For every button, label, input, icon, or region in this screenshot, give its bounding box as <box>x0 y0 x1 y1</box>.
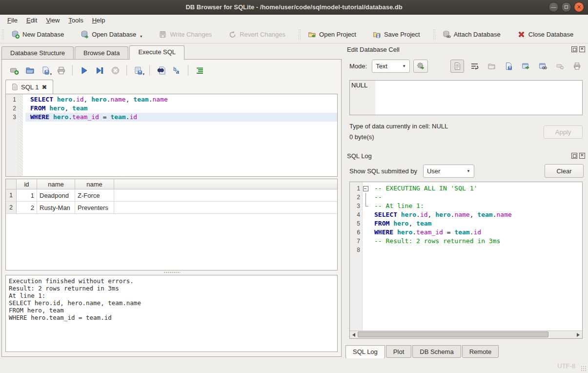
table-row[interactable]: 11DeadpondZ-Force <box>6 189 337 202</box>
scrollbar-thumb[interactable] <box>358 332 548 337</box>
dock-tab-plot[interactable]: Plot <box>386 345 411 358</box>
dock-tab-remote[interactable]: Remote <box>462 345 499 358</box>
open-project-button[interactable]: Open Project <box>303 28 361 41</box>
find-replace-button[interactable] <box>154 64 168 77</box>
execute-current-line-button[interactable] <box>93 64 106 77</box>
table-cell[interactable]: Deadpond <box>37 189 75 201</box>
save-sql-dropdown-icon[interactable]: ▾ <box>50 72 52 76</box>
close-panel-icon[interactable] <box>579 153 585 159</box>
float-panel-icon[interactable] <box>571 46 577 52</box>
scrollbar-track[interactable] <box>358 331 574 338</box>
tab-browse-data[interactable]: Browse Data <box>75 46 128 60</box>
open-sql-file-button[interactable] <box>23 64 37 77</box>
edit-cell-header: Edit Database Cell <box>345 44 587 55</box>
execution-log[interactable]: Execution finished without errors. Resul… <box>5 275 338 352</box>
row-header[interactable]: 2 <box>6 202 17 213</box>
tab-database-structure[interactable]: Database Structure <box>1 46 74 60</box>
toolbar-drag-handle[interactable] <box>1 29 5 41</box>
code-token: . <box>72 96 76 103</box>
code-line: 1SELECT hero.id, hero.name, team.name <box>6 95 337 104</box>
menu-tools[interactable]: Tools <box>64 15 87 25</box>
open-external-button[interactable] <box>519 60 532 73</box>
table-cell[interactable]: Rusty-Man <box>37 202 75 213</box>
auto-switch-mode-button[interactable] <box>413 60 428 73</box>
dock-tab-db-schema[interactable]: DB Schema <box>412 345 461 358</box>
float-panel-icon[interactable] <box>571 153 577 159</box>
table-cell[interactable]: Preventers <box>75 202 114 213</box>
line-number: 1 <box>350 184 363 193</box>
set-null-button[interactable] <box>553 60 567 73</box>
tab-execute-sql[interactable]: Execute SQL <box>129 45 184 60</box>
close-sql-tab-icon[interactable]: ✖ <box>41 83 47 91</box>
revert-changes-button[interactable]: Revert Changes <box>223 28 290 41</box>
sql-log-view[interactable]: 1-- EXECUTING ALL IN 'SQL 1'2--3-- At li… <box>349 182 583 339</box>
menu-view[interactable]: View <box>41 15 64 25</box>
menu-edit[interactable]: Edit <box>22 15 41 25</box>
column-header[interactable]: name <box>75 179 114 189</box>
write-changes-button[interactable]: Write Changes <box>154 28 217 41</box>
scroll-left-icon[interactable] <box>350 331 358 338</box>
apply-button[interactable]: Apply <box>544 125 583 139</box>
dock-tab-sql-log[interactable]: SQL Log <box>345 345 385 359</box>
text-view-button[interactable] <box>450 60 464 73</box>
fold-marker[interactable] <box>363 184 369 193</box>
save-results-button[interactable]: ▾ <box>131 64 145 77</box>
code-token: FROM <box>30 104 45 112</box>
import-file-button[interactable] <box>485 60 498 73</box>
cell-value-editor[interactable]: NULL <box>349 80 583 115</box>
sql-editor[interactable]: 1SELECT hero.id, hero.name, team.name2FR… <box>5 94 338 177</box>
attach-database-button[interactable]: Attach Database <box>438 28 506 41</box>
format-button[interactable] <box>193 64 206 77</box>
row-header[interactable]: 1 <box>6 189 17 201</box>
table-cell[interactable]: 2 <box>17 202 37 213</box>
code-token: team_id <box>416 228 443 236</box>
sql-doc-tab[interactable]: SQL 1 ✖ <box>5 80 53 94</box>
word-wrap-button[interactable] <box>467 60 481 73</box>
open-database-button[interactable]: Open Database ▾ <box>76 28 147 41</box>
column-header[interactable]: name <box>37 179 75 189</box>
menu-file[interactable]: File <box>3 15 22 25</box>
execute-all-button[interactable] <box>77 64 91 77</box>
toolbar-drag-handle[interactable] <box>298 29 302 41</box>
save-results-dropdown-icon[interactable]: ▾ <box>142 72 144 76</box>
table-row[interactable]: 22Rusty-ManPreventers <box>6 202 337 214</box>
print-button[interactable] <box>54 64 68 77</box>
code-token: . <box>149 96 153 103</box>
menu-help[interactable]: Help <box>88 15 110 25</box>
maximize-icon[interactable] <box>561 2 571 12</box>
print-cell-button[interactable] <box>570 60 584 73</box>
link-window-button[interactable] <box>536 60 549 73</box>
clear-button[interactable]: Clear <box>545 164 584 178</box>
save-project-button[interactable]: Save Project <box>368 28 425 41</box>
new-database-button[interactable]: New Database <box>6 28 69 41</box>
code-token <box>49 113 53 121</box>
save-sql-file-button[interactable]: ▾ <box>39 64 52 77</box>
code-token <box>53 96 57 103</box>
mode-value: Text <box>376 62 398 70</box>
scroll-right-icon[interactable] <box>574 331 582 338</box>
stop-button[interactable] <box>108 64 122 77</box>
close-icon[interactable]: ✕ <box>574 2 584 12</box>
fold-marker <box>363 237 369 246</box>
submitted-by-select[interactable]: User ▼ <box>423 165 474 178</box>
toolbar-separator <box>126 65 127 76</box>
code-token: team <box>454 228 469 236</box>
column-header[interactable]: id <box>17 179 37 189</box>
results-corner-cell[interactable] <box>6 179 17 189</box>
results-log-splitter[interactable] <box>5 270 338 274</box>
encoding-indicator[interactable]: UTF-8 <box>557 362 575 370</box>
auto-completion-button[interactable]: b a <box>170 64 183 77</box>
titlebar[interactable]: DB Browser for SQLite - /home/user/code/… <box>0 0 588 15</box>
open-database-dropdown-icon[interactable]: ▾ <box>140 34 142 39</box>
export-file-button[interactable] <box>502 60 515 73</box>
new-tab-button[interactable] <box>7 64 21 77</box>
close-panel-icon[interactable] <box>579 46 585 52</box>
resize-grip[interactable] <box>581 366 587 372</box>
table-cell[interactable]: Z-Force <box>75 189 114 201</box>
close-database-button[interactable]: Close Database <box>512 28 579 41</box>
mode-select[interactable]: Text ▼ <box>372 60 410 73</box>
toolbar-drag-handle[interactable] <box>433 29 436 41</box>
sql-log-hscrollbar[interactable] <box>350 331 582 338</box>
table-cell[interactable]: 1 <box>17 189 37 201</box>
minimize-icon[interactable]: — <box>548 2 559 12</box>
